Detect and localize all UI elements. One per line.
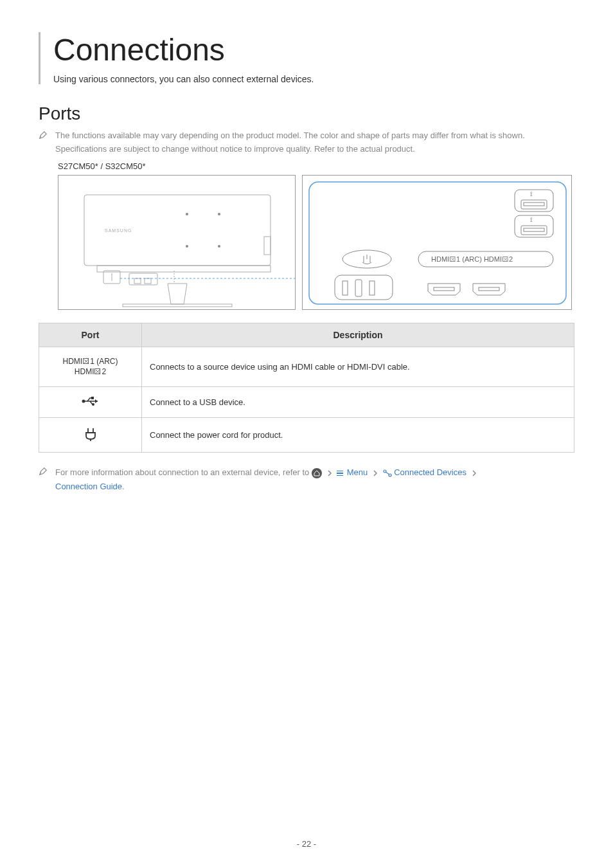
desc-hdmi: Connects to a source device using an HDM… <box>142 347 574 387</box>
svg-rect-35 <box>91 397 94 399</box>
section-heading-ports: Ports <box>39 104 574 124</box>
svg-rect-30 <box>369 281 375 295</box>
link-menu[interactable]: Menu <box>347 467 368 477</box>
svg-point-36 <box>92 403 94 406</box>
table-row: Connect to a USB device. <box>39 387 574 418</box>
svg-rect-29 <box>355 280 362 296</box>
svg-rect-16 <box>515 190 553 212</box>
svg-rect-14 <box>123 304 232 307</box>
connected-devices-icon <box>383 469 392 477</box>
svg-rect-11 <box>145 278 151 284</box>
model-label: S27CM50* / S32CM50* <box>58 161 574 171</box>
port-diagrams: SAMSUNG ⟟ <box>58 175 574 310</box>
svg-text:⟟: ⟟ <box>530 190 533 197</box>
brand-text: SAMSUNG <box>105 228 132 233</box>
svg-point-3 <box>186 245 188 248</box>
page-title: Connections <box>53 32 574 68</box>
svg-rect-19 <box>524 203 544 206</box>
svg-rect-27 <box>335 275 393 300</box>
svg-point-1 <box>186 213 188 215</box>
svg-rect-28 <box>342 281 348 295</box>
chevron-right-icon <box>472 470 477 476</box>
svg-rect-20 <box>515 215 553 237</box>
link-connected-devices[interactable]: Connected Devices <box>394 467 466 477</box>
pencil-note-icon <box>39 131 48 140</box>
table-row: Connect the power cord for product. <box>39 418 574 453</box>
svg-text:⟟: ⟟ <box>530 216 533 223</box>
port-hdmi1: HDMI⮽1 (ARC) <box>63 357 118 366</box>
svg-rect-5 <box>264 237 271 255</box>
svg-rect-31 <box>434 287 454 291</box>
note-text: The functions available may vary dependi… <box>55 129 574 156</box>
table-row: HDMI⮽1 (ARC) HDMI⮽2 Connects to a source… <box>39 347 574 387</box>
svg-rect-9 <box>129 273 157 285</box>
svg-text:HDMI⮽1 (ARC)  HDMI⮽2: HDMI⮽1 (ARC) HDMI⮽2 <box>431 255 513 263</box>
page-subtitle: Using various connectors, you can also c… <box>53 74 574 84</box>
chevron-right-icon <box>327 470 332 476</box>
menu-icon <box>337 471 343 476</box>
usb-icon <box>81 396 100 406</box>
svg-rect-22 <box>521 226 547 235</box>
desc-usb: Connect to a USB device. <box>142 387 574 418</box>
pencil-note-icon <box>39 467 48 476</box>
page-number: - 22 - <box>0 839 613 849</box>
ports-table: Port Description HDMI⮽1 (ARC) HDMI⮽2 Con… <box>39 323 574 453</box>
home-icon <box>312 468 322 478</box>
table-header-desc: Description <box>142 323 574 347</box>
power-icon <box>84 427 97 441</box>
table-header-port: Port <box>39 323 142 347</box>
link-connection-guide[interactable]: Connection Guide <box>55 482 122 491</box>
port-hdmi2: HDMI⮽2 <box>75 367 106 376</box>
svg-rect-10 <box>134 278 141 284</box>
svg-point-2 <box>218 213 220 215</box>
svg-rect-23 <box>524 228 544 231</box>
svg-rect-18 <box>521 200 547 209</box>
desc-power: Connect the power cord for product. <box>142 418 574 453</box>
footer-note-text: For more information about connection to… <box>55 466 479 494</box>
chevron-right-icon <box>373 470 378 476</box>
svg-point-4 <box>218 245 220 248</box>
svg-rect-6 <box>97 266 271 272</box>
svg-rect-32 <box>479 287 499 291</box>
